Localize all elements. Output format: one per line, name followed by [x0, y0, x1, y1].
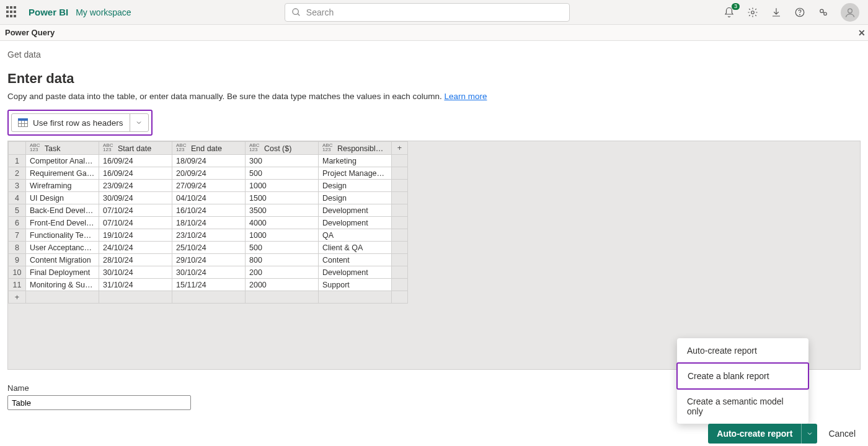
column-header[interactable]: ABC123 Task [26, 142, 99, 155]
data-cell[interactable]: UI Design [26, 192, 99, 204]
data-cell[interactable]: 500 [246, 167, 319, 180]
data-cell[interactable]: Development [319, 204, 392, 217]
data-cell[interactable]: Marketing [319, 155, 392, 167]
help-icon[interactable] [794, 6, 806, 19]
data-cell[interactable]: 23/09/24 [99, 180, 172, 192]
data-cell[interactable]: Content Migration [26, 254, 99, 266]
row-header[interactable]: 10 [9, 266, 26, 279]
settings-icon[interactable] [746, 6, 759, 19]
row-header[interactable]: 3 [9, 180, 26, 192]
data-cell[interactable]: 1000 [246, 229, 319, 242]
table-row[interactable]: 8User Acceptance T...24/10/2425/10/24500… [9, 242, 408, 254]
table-row[interactable]: 3Wireframing23/09/2427/09/241000Design [9, 180, 408, 192]
column-header[interactable]: ABC123 End date [172, 142, 246, 155]
use-first-row-button[interactable]: Use first row as headers [11, 113, 149, 132]
data-cell[interactable]: Design [319, 180, 392, 192]
data-cell[interactable]: Support [319, 279, 392, 291]
row-header[interactable]: 4 [9, 192, 26, 204]
breadcrumb[interactable]: Get data [7, 50, 861, 59]
data-cell[interactable]: 16/09/24 [99, 155, 172, 167]
data-cell[interactable]: 18/09/24 [172, 155, 246, 167]
add-column-button[interactable]: + [392, 142, 408, 155]
table-row[interactable]: 1Competitor Analysis16/09/2418/09/24300M… [9, 155, 408, 167]
column-header[interactable]: ABC123 Cost ($) [246, 142, 319, 155]
account-avatar[interactable] [841, 3, 859, 22]
data-cell[interactable]: 200 [246, 266, 319, 279]
row-header[interactable]: 5 [9, 204, 26, 217]
row-header[interactable]: 2 [9, 167, 26, 180]
table-row[interactable]: 10Final Deployment30/10/2430/10/24200Dev… [9, 266, 408, 279]
data-cell[interactable]: 2000 [246, 279, 319, 291]
data-cell[interactable]: Back-End Develop... [26, 204, 99, 217]
data-cell[interactable]: Functionality Testing [26, 229, 99, 242]
data-cell[interactable]: 23/10/24 [172, 229, 246, 242]
data-cell[interactable]: 30/10/24 [99, 266, 172, 279]
table-row[interactable]: 11Monitoring & Support31/10/2415/11/2420… [9, 279, 408, 291]
data-cell[interactable]: 07/10/24 [99, 204, 172, 217]
table-row[interactable]: 6Front-End Develop...07/10/2418/10/24400… [9, 217, 408, 229]
menu-item[interactable]: Auto-create report [677, 338, 808, 363]
search-input[interactable]: Search [285, 3, 570, 22]
table-row[interactable]: 5Back-End Develop...07/10/2416/10/243500… [9, 204, 408, 217]
data-cell[interactable]: 27/09/24 [172, 180, 246, 192]
row-header[interactable]: 7 [9, 229, 26, 242]
data-cell[interactable]: 1000 [246, 180, 319, 192]
use-first-row-caret[interactable] [130, 114, 148, 131]
data-cell[interactable]: 28/10/24 [99, 254, 172, 266]
data-cell[interactable]: 04/10/24 [172, 192, 246, 204]
menu-item[interactable]: Create a semantic model only [677, 389, 808, 424]
data-cell[interactable]: 24/10/24 [99, 242, 172, 254]
data-cell[interactable]: Front-End Develop... [26, 217, 99, 229]
row-header[interactable]: 11 [9, 279, 26, 291]
app-launcher-icon[interactable] [5, 5, 20, 20]
data-cell[interactable]: Content [319, 254, 392, 266]
learn-more-link[interactable]: Learn more [444, 92, 487, 101]
data-cell[interactable]: 300 [246, 155, 319, 167]
data-cell[interactable]: 1500 [246, 192, 319, 204]
data-cell[interactable]: 4000 [246, 217, 319, 229]
data-cell[interactable]: 25/10/24 [172, 242, 246, 254]
table-row[interactable]: 7Functionality Testing19/10/2423/10/2410… [9, 229, 408, 242]
data-cell[interactable]: Development [319, 217, 392, 229]
data-cell[interactable]: 18/10/24 [172, 217, 246, 229]
data-cell[interactable]: Final Deployment [26, 266, 99, 279]
row-header[interactable]: 8 [9, 242, 26, 254]
add-row-button[interactable]: + [9, 291, 26, 304]
data-cell[interactable]: 16/10/24 [172, 204, 246, 217]
column-header[interactable]: ABC123 Responsible Te... [319, 142, 392, 155]
menu-item[interactable]: Create a blank report [676, 362, 809, 390]
data-cell[interactable]: QA [319, 229, 392, 242]
data-cell[interactable]: User Acceptance T... [26, 242, 99, 254]
data-cell[interactable]: Development [319, 266, 392, 279]
data-cell[interactable]: Design [319, 192, 392, 204]
data-cell[interactable]: Monitoring & Support [26, 279, 99, 291]
data-cell[interactable]: 30/09/24 [99, 192, 172, 204]
data-cell[interactable]: 19/10/24 [99, 229, 172, 242]
data-cell[interactable]: Competitor Analysis [26, 155, 99, 167]
download-icon[interactable] [770, 6, 782, 19]
feedback-icon[interactable] [817, 6, 830, 19]
table-row[interactable]: 9Content Migration28/10/2429/10/24800Con… [9, 254, 408, 266]
notifications-icon[interactable]: 3 [723, 6, 735, 19]
row-header[interactable]: 6 [9, 217, 26, 229]
row-header[interactable]: 1 [9, 155, 26, 167]
data-grid[interactable]: ABC123 TaskABC123 Start dateABC123 End d… [8, 141, 408, 304]
workspace-link[interactable]: My workspace [76, 7, 131, 17]
data-cell[interactable]: 07/10/24 [99, 217, 172, 229]
data-cell[interactable]: Requirement Gathe... [26, 167, 99, 180]
auto-create-caret[interactable] [801, 424, 817, 444]
data-cell[interactable]: Client & QA [319, 242, 392, 254]
data-cell[interactable]: 16/09/24 [99, 167, 172, 180]
close-icon[interactable]: ✕ [858, 28, 866, 38]
data-cell[interactable]: Wireframing [26, 180, 99, 192]
data-cell[interactable]: 500 [246, 242, 319, 254]
data-cell[interactable]: 3500 [246, 204, 319, 217]
row-header[interactable]: 9 [9, 254, 26, 266]
data-cell[interactable]: 800 [246, 254, 319, 266]
data-cell[interactable]: 30/10/24 [172, 266, 246, 279]
data-cell[interactable]: 15/11/24 [172, 279, 246, 291]
table-name-input[interactable] [7, 395, 191, 410]
auto-create-button[interactable]: Auto-create report [708, 424, 801, 444]
data-cell[interactable]: 20/09/24 [172, 167, 246, 180]
column-header[interactable]: ABC123 Start date [99, 142, 172, 155]
